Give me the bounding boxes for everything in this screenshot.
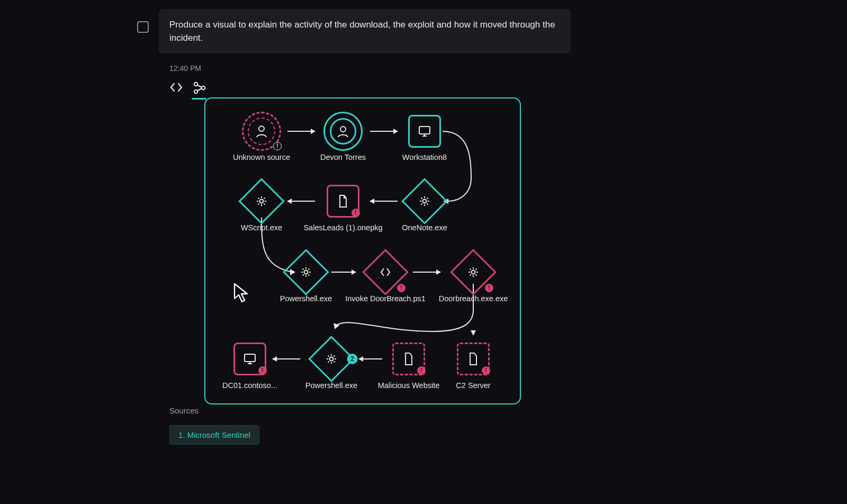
- graph-icon: [193, 82, 206, 94]
- arrow-icon: [370, 131, 398, 132]
- tab-graph[interactable]: [193, 82, 206, 95]
- arrow-icon: [273, 358, 300, 359]
- script-alert-icon: !: [371, 257, 400, 287]
- node-workstation8[interactable]: [408, 115, 441, 148]
- label-dc01: DC01.contoso...: [208, 381, 292, 390]
- monitor-alert-icon: !: [235, 344, 265, 374]
- gear-alert-icon: !: [458, 257, 488, 287]
- svg-point-10: [260, 200, 264, 203]
- label-devon-torres: Devon Torres: [301, 153, 385, 161]
- node-dc01[interactable]: !: [233, 343, 266, 375]
- arrow-icon: [359, 358, 382, 359]
- attack-graph-diagram: ! Unknown source Devon Torres Workstatio…: [204, 97, 521, 404]
- svg-marker-9: [332, 323, 340, 330]
- node-c2-server[interactable]: !: [457, 343, 490, 375]
- file-alert-icon: !: [394, 344, 424, 374]
- monitor-icon: [410, 116, 439, 146]
- gear-icon: [247, 186, 276, 216]
- svg-point-13: [472, 271, 475, 274]
- label-invoke-doorbreach: Invoke DoorBreach.ps1: [343, 294, 428, 303]
- label-powershell-b: Powershell.exe: [289, 381, 374, 390]
- svg-point-2: [202, 86, 205, 89]
- label-doorbreach: Doorbreach.exe.exe: [431, 294, 516, 303]
- user-alert-icon: !: [244, 113, 280, 149]
- node-malicious-website[interactable]: !: [392, 343, 425, 375]
- label-c2-server: C2 Server: [431, 381, 516, 390]
- svg-point-12: [304, 271, 308, 274]
- label-salesleads: SalesLeads (1).onepkg: [301, 223, 385, 232]
- svg-marker-8: [471, 330, 476, 336]
- node-wscript[interactable]: [238, 178, 285, 224]
- tab-code[interactable]: [169, 82, 183, 95]
- source-link-sentinel[interactable]: 1. Microsoft Sentinel: [169, 425, 259, 445]
- prompt-text: Produce a visual to explain the activity…: [169, 18, 560, 45]
- code-icon: [169, 82, 183, 93]
- arrow-icon: [413, 272, 440, 273]
- label-onenote: OneNote.exe: [382, 223, 467, 232]
- label-workstation8: Workstation8: [382, 153, 467, 161]
- svg-rect-14: [245, 354, 255, 362]
- node-salesleads[interactable]: !: [327, 185, 359, 218]
- file-alert-icon: !: [458, 344, 488, 374]
- node-unknown-source[interactable]: !: [242, 112, 281, 151]
- gear-icon: [291, 257, 321, 287]
- svg-point-3: [259, 126, 264, 131]
- node-devon-torres[interactable]: [323, 112, 363, 151]
- response-timestamp: 12:40 PM: [169, 64, 201, 73]
- label-wscript: WScript.exe: [219, 223, 304, 232]
- prompt-checkbox[interactable]: [137, 21, 149, 33]
- arrow-icon: [287, 201, 315, 202]
- node-powershell-b[interactable]: 2: [308, 336, 355, 382]
- svg-point-11: [423, 200, 427, 203]
- svg-point-15: [330, 357, 334, 361]
- sources-heading: Sources: [169, 406, 199, 415]
- arrow-icon: [331, 272, 356, 273]
- svg-point-4: [340, 127, 346, 132]
- gear-icon: [317, 344, 346, 374]
- user-prompt-bubble: Produce a visual to explain the activity…: [159, 9, 571, 53]
- svg-rect-5: [419, 127, 430, 134]
- gear-icon: [410, 186, 439, 216]
- label-unknown-source: Unknown source: [219, 153, 304, 161]
- node-doorbreach[interactable]: !: [450, 249, 497, 295]
- view-tabs: [169, 82, 214, 95]
- user-icon: [325, 113, 361, 149]
- node-onenote[interactable]: [401, 178, 448, 224]
- count-badge: 2: [347, 354, 358, 364]
- arrow-icon: [287, 131, 315, 132]
- arrow-icon: [370, 201, 398, 202]
- node-powershell-a[interactable]: [283, 249, 329, 295]
- file-alert-icon: !: [328, 186, 358, 216]
- node-invoke-doorbreach[interactable]: !: [362, 249, 409, 295]
- label-powershell-a: Powershell.exe: [264, 294, 348, 303]
